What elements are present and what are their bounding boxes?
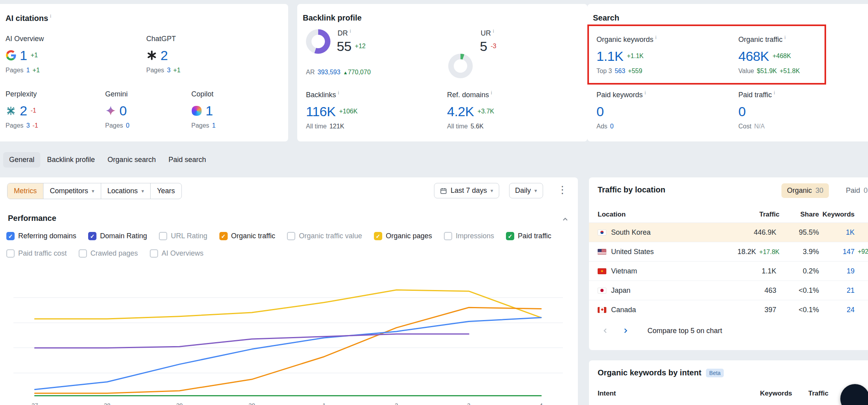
backlinks-value[interactable]: 116K xyxy=(306,104,336,119)
organic-keywords-value[interactable]: 1.1K xyxy=(596,49,623,64)
paid-keywords-value[interactable]: 0 xyxy=(596,104,604,119)
location-name: Japan xyxy=(611,286,630,295)
checkbox-checked-icon: ✓ xyxy=(219,232,228,240)
metric-value[interactable]: 2 xyxy=(20,103,27,119)
pages-value[interactable]: 1 xyxy=(26,67,30,74)
info-icon[interactable]: i xyxy=(785,35,786,40)
pages-delta: +1 xyxy=(32,67,40,74)
competitors-segment[interactable]: Competitors▾ xyxy=(43,183,101,199)
paid-traffic-metric: Paid traffici 0 CostN/A xyxy=(738,90,775,130)
pages-value[interactable]: 3 xyxy=(167,67,170,74)
tab-organic-search[interactable]: Organic search xyxy=(102,152,162,168)
info-icon[interactable]: i xyxy=(645,90,646,96)
info-icon[interactable]: i xyxy=(491,90,492,96)
keywords-value[interactable]: 21 xyxy=(847,286,855,294)
checkbox-unchecked-icon xyxy=(79,249,87,258)
checkbox-url-rating[interactable]: URL Rating xyxy=(159,232,207,240)
x-tick-label: 29 xyxy=(176,402,183,405)
checkbox-paid-traffic-cost[interactable]: Paid traffic cost xyxy=(6,249,67,258)
metric-value[interactable]: 0 xyxy=(119,103,126,119)
keywords-value[interactable]: 19 xyxy=(847,267,855,275)
chevron-down-icon: ▾ xyxy=(92,188,94,194)
metric-label: Copilot xyxy=(191,90,215,98)
years-segment[interactable]: Years xyxy=(150,183,181,199)
checkbox-domain-rating[interactable]: ✓Domain Rating xyxy=(88,232,147,240)
traffic-value: 18.2K xyxy=(738,248,756,256)
metric-value[interactable]: 1 xyxy=(20,48,27,63)
info-icon[interactable]: i xyxy=(50,13,51,19)
collapse-section-button[interactable] xyxy=(561,215,569,225)
info-icon[interactable]: i xyxy=(493,28,494,34)
paid-keywords-label: Paid keywords xyxy=(596,91,643,99)
x-tick-label: 1 xyxy=(323,402,326,405)
checkbox-organic-traffic-value[interactable]: Organic traffic value xyxy=(287,232,362,240)
share-value: 95.5% xyxy=(779,228,819,237)
keywords-value[interactable]: 24 xyxy=(847,306,855,314)
keywords-value[interactable]: 147 xyxy=(843,248,855,256)
ar-value[interactable]: 393,593 xyxy=(317,69,340,76)
metric-value[interactable]: 2 xyxy=(160,48,168,63)
metrics-segment[interactable]: Metrics xyxy=(8,183,43,199)
checkbox-label: Organic traffic value xyxy=(299,232,362,240)
pages-value[interactable]: 1 xyxy=(212,122,215,129)
info-icon[interactable]: i xyxy=(655,35,657,40)
locations-segment[interactable]: Locations▾ xyxy=(101,183,151,199)
info-icon[interactable]: i xyxy=(350,28,351,34)
more-options-icon[interactable]: ⋮ xyxy=(557,184,568,196)
tab-backlink-profile[interactable]: Backlink profile xyxy=(41,152,101,168)
checkbox-organic-traffic[interactable]: ✓Organic traffic xyxy=(219,232,275,240)
pages-label: Pages xyxy=(146,67,164,74)
cost-label: Cost xyxy=(738,123,751,130)
backlinks-delta: +106K xyxy=(339,108,358,115)
checkbox-referring-domains[interactable]: ✓Referring domains xyxy=(6,232,76,240)
chevron-down-icon: ▾ xyxy=(534,188,537,194)
table-row: South Korea 446.9K 95.5% 1K xyxy=(589,222,868,242)
checkbox-impressions[interactable]: Impressions xyxy=(444,232,494,240)
performance-panel: Metrics Competitors▾ Locations▾ Years La… xyxy=(0,177,578,405)
checkbox-crawled-pages[interactable]: Crawled pages xyxy=(79,249,138,258)
checkbox-label: Referring domains xyxy=(18,232,76,240)
ref-domains-value[interactable]: 4.2K xyxy=(447,104,474,119)
copilot-icon xyxy=(191,105,202,116)
organic-traffic-value[interactable]: 468K xyxy=(738,49,769,64)
next-page-icon[interactable] xyxy=(618,324,632,338)
ads-value[interactable]: 0 xyxy=(610,123,614,130)
info-icon[interactable]: i xyxy=(774,90,775,96)
value-label: Value xyxy=(738,68,754,75)
checkbox-unchecked-icon xyxy=(444,232,452,240)
chatgpt-metric: ChatGPT 2 Pages3+1 xyxy=(146,35,181,74)
tab-general[interactable]: General xyxy=(3,152,40,168)
pages-value[interactable]: 0 xyxy=(126,122,129,129)
organic-pages-line xyxy=(35,290,541,319)
ar-delta: 770,070 xyxy=(348,69,371,75)
pages-value[interactable]: 3 xyxy=(26,122,30,129)
organic-toggle[interactable]: Organic30 xyxy=(781,183,829,198)
granularity-button[interactable]: Daily ▾ xyxy=(509,183,543,198)
checkbox-label: Paid traffic cost xyxy=(18,249,67,258)
value-delta: +51.8K xyxy=(779,68,800,75)
ref-domains-delta: +3.7K xyxy=(477,108,494,115)
value-amount: $51.9K xyxy=(757,68,777,75)
keywords-value[interactable]: 1K xyxy=(846,228,855,236)
top3-value[interactable]: 563 xyxy=(615,68,625,75)
x-tick-label: 4 xyxy=(540,402,543,405)
compare-top5-link[interactable]: Compare top 5 on chart xyxy=(647,327,722,335)
tab-paid-search[interactable]: Paid search xyxy=(162,152,212,168)
performance-chart[interactable]: 272829301234 xyxy=(9,268,568,405)
checkbox-organic-pages[interactable]: ✓Organic pages xyxy=(374,232,432,240)
info-icon[interactable]: i xyxy=(338,90,339,96)
share-value: <0.1% xyxy=(779,306,819,314)
search-card: Search Organic keywordsi 1.1K +1.1K Top … xyxy=(587,4,868,141)
date-range-button[interactable]: Last 7 days ▾ xyxy=(434,183,499,198)
traffic-value: 397 xyxy=(764,306,776,314)
checkbox-label: AI Overviews xyxy=(162,249,204,258)
domain-rating-line xyxy=(35,334,469,348)
chatgpt-icon xyxy=(146,50,157,61)
paid-traffic-value[interactable]: 0 xyxy=(738,104,745,119)
paid-toggle[interactable]: Paid0 xyxy=(840,183,868,198)
google-icon xyxy=(6,50,16,61)
checkbox-paid-traffic[interactable]: ✓Paid traffic xyxy=(506,232,551,240)
metric-value[interactable]: 1 xyxy=(206,103,213,119)
checkbox-ai-overviews[interactable]: AI Overviews xyxy=(150,249,204,258)
previous-page-icon[interactable] xyxy=(598,324,613,338)
